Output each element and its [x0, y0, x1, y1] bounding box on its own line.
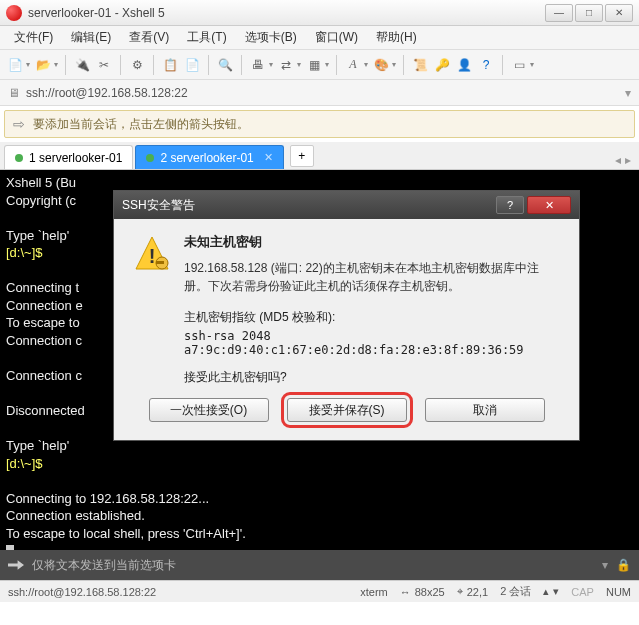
- menu-window[interactable]: 窗口(W): [307, 26, 366, 49]
- status-dot-icon: [146, 154, 154, 162]
- copy-icon[interactable]: 📋: [161, 56, 179, 74]
- status-cap: CAP: [571, 586, 594, 598]
- fingerprint-value: ssh-rsa 2048 a7:9c:d9:40:c1:67:e0:2d:d8:…: [184, 329, 561, 357]
- menubar: 文件(F) 编辑(E) 查看(V) 工具(T) 选项卡(B) 窗口(W) 帮助(…: [0, 26, 639, 50]
- info-text: 要添加当前会话，点击左侧的箭头按钮。: [33, 116, 249, 133]
- add-tab-button[interactable]: +: [290, 145, 314, 167]
- dialog-help-button[interactable]: ?: [496, 196, 524, 214]
- transfer-icon[interactable]: ⇄: [277, 56, 295, 74]
- address-text[interactable]: ssh://root@192.168.58.128:22: [26, 86, 619, 100]
- cancel-button[interactable]: 取消: [425, 398, 545, 422]
- help-icon[interactable]: ?: [477, 56, 495, 74]
- maximize-button[interactable]: □: [575, 4, 603, 22]
- status-dot-icon: [15, 154, 23, 162]
- lock-icon[interactable]: 🔒: [616, 558, 631, 572]
- menu-edit[interactable]: 编辑(E): [63, 26, 119, 49]
- nav-up-icon[interactable]: ▴: [543, 585, 549, 598]
- status-bar: ssh://root@192.168.58.128:22 xterm ↔88x2…: [0, 580, 639, 602]
- svg-rect-3: [156, 261, 164, 264]
- menu-tools[interactable]: 工具(T): [179, 26, 234, 49]
- app-icon: [6, 5, 22, 21]
- nav-down-icon[interactable]: ▾: [553, 585, 559, 598]
- cursor-icon: ⌖: [457, 585, 463, 598]
- tab-next-icon[interactable]: ▸: [625, 153, 631, 167]
- accept-save-button[interactable]: 接受并保存(S): [287, 398, 407, 422]
- tab-label: 1 serverlooker-01: [29, 151, 122, 165]
- dialog-heading: 未知主机密钥: [184, 233, 561, 251]
- menu-help[interactable]: 帮助(H): [368, 26, 425, 49]
- status-sessions: 2 会话: [500, 584, 531, 599]
- svg-text:!: !: [149, 245, 156, 267]
- menu-tabs[interactable]: 选项卡(B): [237, 26, 305, 49]
- find-icon[interactable]: 🔍: [216, 56, 234, 74]
- tab-session-1[interactable]: 1 serverlooker-01: [4, 145, 133, 169]
- status-term: xterm: [360, 586, 388, 598]
- new-icon[interactable]: 📄: [6, 56, 24, 74]
- script-icon[interactable]: 📜: [411, 56, 429, 74]
- menu-file[interactable]: 文件(F): [6, 26, 61, 49]
- tab-label: 2 serverlooker-01: [160, 151, 253, 165]
- info-bar: ⇨ 要添加当前会话，点击左侧的箭头按钮。: [4, 110, 635, 138]
- dialog-question: 接受此主机密钥吗?: [184, 369, 561, 386]
- status-num: NUM: [606, 586, 631, 598]
- tab-bar: 1 serverlooker-01 2 serverlooker-01 ✕ + …: [0, 142, 639, 170]
- dialog-close-button[interactable]: ✕: [527, 196, 571, 214]
- tab-session-2[interactable]: 2 serverlooker-01 ✕: [135, 145, 283, 169]
- arrow-icon[interactable]: ⇨: [13, 116, 25, 132]
- address-bar: 🖥 ssh://root@192.168.58.128:22 ▾: [0, 80, 639, 106]
- window-titlebar: serverlooker-01 - Xshell 5 — □ ✕: [0, 0, 639, 26]
- ssh-warning-dialog: SSH安全警告 ? ✕ ! 未知主机密钥 192.168.58.128 (端口:…: [113, 190, 580, 441]
- dropdown-icon[interactable]: ▾: [625, 86, 631, 100]
- font-icon[interactable]: A: [344, 56, 362, 74]
- send-icon[interactable]: [8, 557, 24, 573]
- window-title: serverlooker-01 - Xshell 5: [28, 6, 545, 20]
- accept-once-button[interactable]: 一次性接受(O): [149, 398, 269, 422]
- dropdown-icon[interactable]: ▾: [26, 60, 30, 69]
- dropdown-icon[interactable]: ▾: [297, 60, 301, 69]
- open-icon[interactable]: 📂: [34, 56, 52, 74]
- key-icon[interactable]: 🔑: [433, 56, 451, 74]
- dropdown-icon[interactable]: ▾: [364, 60, 368, 69]
- close-button[interactable]: ✕: [605, 4, 633, 22]
- dropdown-icon[interactable]: ▾: [269, 60, 273, 69]
- host-icon: 🖥: [8, 86, 20, 100]
- reconnect-icon[interactable]: 🔌: [73, 56, 91, 74]
- layout-icon[interactable]: ▦: [305, 56, 323, 74]
- dialog-message: 192.168.58.128 (端口: 22)的主机密钥未在本地主机密钥数据库中…: [184, 259, 561, 295]
- status-address: ssh://root@192.168.58.128:22: [8, 586, 156, 598]
- tile-icon[interactable]: ▭: [510, 56, 528, 74]
- color-icon[interactable]: 🎨: [372, 56, 390, 74]
- user-icon[interactable]: 👤: [455, 56, 473, 74]
- dropdown-icon[interactable]: ▾: [392, 60, 396, 69]
- dropdown-icon[interactable]: ▾: [325, 60, 329, 69]
- fingerprint-label: 主机密钥指纹 (MD5 校验和):: [184, 309, 561, 326]
- paste-icon[interactable]: 📄: [183, 56, 201, 74]
- minimize-button[interactable]: —: [545, 4, 573, 22]
- warning-key-icon: !: [132, 233, 172, 398]
- print-icon[interactable]: 🖶: [249, 56, 267, 74]
- status-size: 88x25: [415, 586, 445, 598]
- send-input[interactable]: 仅将文本发送到当前选项卡: [32, 557, 594, 574]
- toolbar: 📄▾ 📂▾ 🔌 ✂ ⚙ 📋 📄 🔍 🖶▾ ⇄▾ ▦▾ A▾ 🎨▾ 📜 🔑 👤 ?…: [0, 50, 639, 80]
- properties-icon[interactable]: ⚙: [128, 56, 146, 74]
- status-pos: 22,1: [467, 586, 488, 598]
- dropdown-icon[interactable]: ▾: [530, 60, 534, 69]
- send-bar: 仅将文本发送到当前选项卡 ▾ 🔒: [0, 550, 639, 580]
- dropdown-icon[interactable]: ▾: [54, 60, 58, 69]
- dialog-titlebar[interactable]: SSH安全警告 ? ✕: [114, 191, 579, 219]
- close-icon[interactable]: ✕: [264, 151, 273, 164]
- tab-nav: ◂ ▸: [615, 153, 635, 169]
- size-icon: ↔: [400, 586, 411, 598]
- dialog-title: SSH安全警告: [122, 197, 195, 214]
- tab-prev-icon[interactable]: ◂: [615, 153, 621, 167]
- disconnect-icon[interactable]: ✂: [95, 56, 113, 74]
- dropdown-icon[interactable]: ▾: [602, 558, 608, 572]
- menu-view[interactable]: 查看(V): [121, 26, 177, 49]
